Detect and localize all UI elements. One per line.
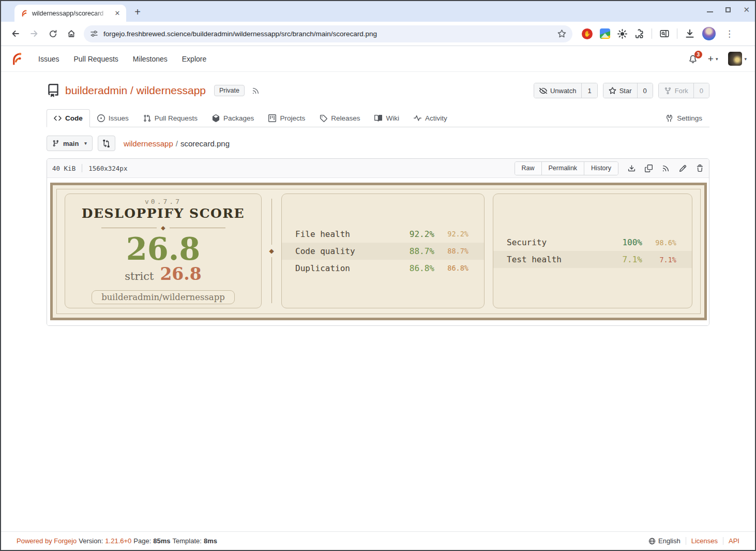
footer-info: Powered by Forgejo Version: 1.21.6+0 Pag…: [17, 537, 217, 545]
language-selector[interactable]: English: [648, 537, 681, 545]
history-button[interactable]: History: [584, 162, 618, 175]
window-close-button[interactable]: ✕: [743, 6, 750, 13]
user-avatar: [728, 52, 742, 66]
tab-wiki[interactable]: Wiki: [367, 109, 406, 127]
branch-selector[interactable]: main ▾: [47, 136, 93, 151]
compare-button[interactable]: [98, 136, 115, 151]
tab-title: wildernessapp/scorecard: [32, 10, 109, 17]
eye-closed-icon: [539, 87, 547, 95]
extensions-puzzle-icon[interactable]: [634, 29, 644, 39]
chevron-down-icon: ▾: [716, 56, 718, 62]
version-label: Version:: [79, 537, 103, 545]
file-view: 40 KiB 1560x324px Raw Permalink History: [47, 158, 709, 326]
notifications-button[interactable]: 3: [688, 54, 698, 64]
maximize-button[interactable]: [725, 5, 731, 14]
scorecard-image[interactable]: v0.7.7 DESLOPPIFY SCORE ◆ 26.8 strict 26…: [50, 183, 707, 320]
fork-group: Fork 0: [658, 83, 709, 98]
breadcrumb-file: scorecard.png: [180, 139, 230, 148]
permalink-button[interactable]: Permalink: [541, 162, 584, 175]
user-menu-button[interactable]: ▾: [728, 52, 747, 66]
scorecard-strict: strict 26.8: [125, 264, 202, 284]
template-time-label: Template:: [173, 537, 202, 545]
new-tab-button[interactable]: +: [130, 5, 145, 20]
fork-icon: [664, 87, 672, 95]
rss-icon[interactable]: [252, 87, 260, 95]
issue-icon: [97, 114, 105, 122]
adblock-extension-icon[interactable]: ✋: [582, 28, 593, 39]
package-icon: [212, 114, 220, 122]
powered-by-link[interactable]: Powered by Forgejo: [17, 537, 77, 545]
breadcrumb: wildernessapp/scorecard.png: [124, 139, 230, 148]
window-controls: ✕: [707, 5, 750, 14]
project-icon: [268, 114, 276, 122]
browser-window: wildernessapp/scorecard ✕ + ✕ forgejo.fr…: [0, 0, 756, 551]
downloads-icon[interactable]: [685, 28, 695, 39]
unwatch-button[interactable]: Unwatch: [534, 83, 582, 98]
page-time-label: Page:: [133, 537, 151, 545]
star-button[interactable]: Star: [603, 83, 637, 98]
nav-pull-requests[interactable]: Pull Requests: [73, 55, 118, 63]
edit-file-icon[interactable]: [679, 165, 687, 172]
raw-button[interactable]: Raw: [515, 162, 541, 175]
nav-milestones[interactable]: Milestones: [133, 55, 168, 63]
repo-title: builderadmin / wildernessapp Private: [47, 84, 260, 97]
tab-code[interactable]: Code: [47, 109, 90, 127]
private-badge: Private: [214, 85, 245, 96]
fork-count[interactable]: 0: [693, 83, 709, 98]
version-link[interactable]: 1.21.6+0: [105, 537, 131, 545]
copy-path-icon[interactable]: [645, 165, 653, 172]
file-header: 40 KiB 1560x324px Raw Permalink History: [47, 159, 709, 178]
diamond-icon: ◆: [161, 225, 165, 231]
repo-actions: Unwatch 1 Star 0 Fork 0: [534, 83, 709, 98]
fork-button[interactable]: Fork: [659, 83, 693, 98]
forward-button[interactable]: [26, 25, 42, 42]
delete-file-icon[interactable]: [696, 165, 704, 172]
scorecard-score-panel: v0.7.7 DESLOPPIFY SCORE ◆ 26.8 strict 26…: [65, 193, 262, 308]
page-time: 85ms: [153, 537, 170, 545]
bookmark-star-icon[interactable]: [557, 29, 566, 38]
repo-header: builderadmin / wildernessapp Private Unw…: [47, 72, 709, 101]
star-icon: [609, 87, 616, 95]
watch-group: Unwatch 1: [534, 83, 598, 98]
download-file-icon[interactable]: [628, 165, 636, 172]
tab-pull-requests[interactable]: Pull Requests: [136, 109, 205, 127]
metric-row: Code quality 88.7% 88.7%: [282, 243, 484, 260]
browser-profile-avatar[interactable]: [702, 27, 716, 40]
forgejo-favicon-icon: [20, 9, 28, 18]
tab-projects[interactable]: Projects: [261, 109, 312, 127]
nav-explore[interactable]: Explore: [182, 55, 206, 63]
screenshot-extension-icon[interactable]: [600, 28, 610, 39]
globe-icon: [648, 538, 656, 545]
tab-packages[interactable]: Packages: [205, 109, 261, 127]
tab-activity[interactable]: Activity: [406, 109, 455, 127]
create-new-button[interactable]: +▾: [708, 53, 718, 65]
reload-button[interactable]: [44, 25, 61, 42]
diamond-icon: ◆: [269, 247, 274, 255]
tab-settings[interactable]: Settings: [658, 109, 709, 127]
browser-menu-icon[interactable]: ⋮: [723, 28, 736, 39]
tab-issues[interactable]: Issues: [90, 109, 136, 127]
file-rss-icon[interactable]: [662, 165, 670, 172]
repo-name-link[interactable]: wildernessapp: [137, 84, 206, 96]
nav-issues[interactable]: Issues: [38, 55, 59, 63]
star-count[interactable]: 0: [637, 83, 653, 98]
repo-owner-link[interactable]: builderadmin: [65, 84, 127, 96]
site-settings-icon[interactable]: [90, 29, 98, 38]
licenses-link[interactable]: Licenses: [691, 537, 718, 545]
breadcrumb-repo-link[interactable]: wildernessapp: [124, 139, 173, 148]
side-panel-search-icon[interactable]: [659, 28, 670, 39]
metric-row: File health 92.2% 92.2%: [282, 226, 484, 243]
tab-releases[interactable]: Releases: [312, 109, 367, 127]
sun-extension-icon[interactable]: [617, 29, 627, 39]
minimize-button[interactable]: [707, 5, 713, 14]
home-button[interactable]: [63, 25, 80, 42]
url-text[interactable]: forgejo.freshbrewed.science/builderadmin…: [103, 30, 552, 38]
browser-tab[interactable]: wildernessapp/scorecard ✕: [14, 5, 126, 22]
back-button[interactable]: [7, 25, 24, 42]
watch-count[interactable]: 1: [581, 83, 597, 98]
tab-close-icon[interactable]: ✕: [113, 9, 122, 18]
api-link[interactable]: API: [729, 537, 739, 545]
url-bar[interactable]: forgejo.freshbrewed.science/builderadmin…: [84, 25, 572, 42]
tag-icon: [320, 114, 327, 122]
forgejo-logo-icon[interactable]: [8, 51, 24, 67]
